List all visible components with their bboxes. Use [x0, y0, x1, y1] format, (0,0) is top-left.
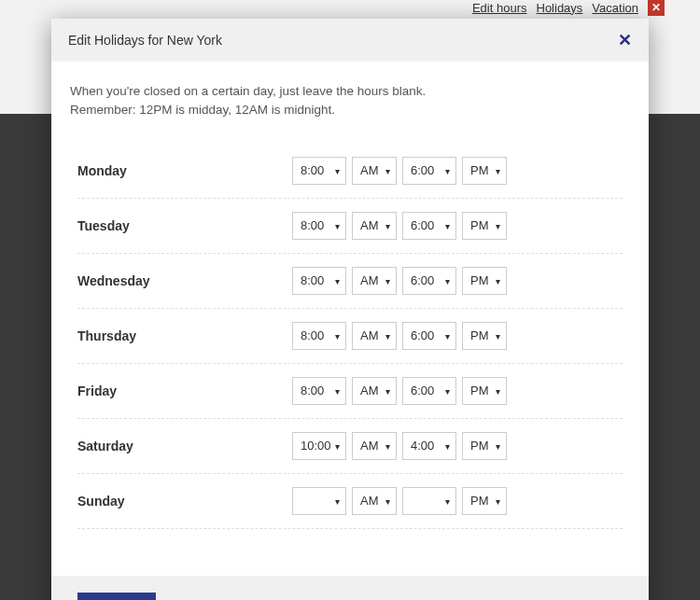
close-icon[interactable]: ✕	[648, 0, 665, 16]
time-selects: 10:00AM4:00PM	[292, 432, 507, 460]
open-time-select[interactable]: 8:00	[292, 377, 346, 405]
open-time-select[interactable]: 8:00	[292, 267, 346, 295]
close-ampm-select[interactable]: PM	[462, 377, 507, 405]
day-label: Sunday	[77, 494, 292, 509]
open-ampm-select[interactable]: AM	[352, 377, 397, 405]
close-ampm-select[interactable]: PM	[462, 157, 507, 185]
open-time-select[interactable]: 8:00	[292, 157, 346, 185]
time-selects: 8:00AM6:00PM	[292, 267, 507, 295]
day-label: Thursday	[77, 328, 292, 343]
open-ampm-select[interactable]: AM	[352, 157, 397, 185]
close-time-select[interactable]	[402, 487, 456, 515]
modal-footer: DONE	[51, 576, 649, 601]
hours-list: Monday8:00AM6:00PMTuesday8:00AM6:00PMWed…	[70, 144, 630, 529]
link-edit-hours[interactable]: Edit hours	[472, 1, 527, 15]
open-time-select[interactable]	[292, 487, 346, 515]
close-time-select[interactable]: 6:00	[402, 212, 456, 240]
open-ampm-select[interactable]: AM	[352, 212, 397, 240]
intro-line-2: Remember: 12PM is midday, 12AM is midnig…	[70, 103, 335, 117]
day-row: Monday8:00AM6:00PM	[77, 144, 623, 199]
modal-title: Edit Holidays for New York	[68, 33, 222, 48]
day-row: Wednesday8:00AM6:00PM	[77, 254, 623, 309]
open-ampm-select[interactable]: AM	[352, 267, 397, 295]
open-ampm-select[interactable]: AM	[352, 432, 397, 460]
day-label: Tuesday	[77, 218, 292, 233]
close-time-select[interactable]: 6:00	[402, 377, 456, 405]
edit-holidays-modal: Edit Holidays for New York ✕ When you're…	[51, 19, 649, 600]
close-ampm-select[interactable]: PM	[462, 487, 507, 515]
close-ampm-select[interactable]: PM	[462, 432, 507, 460]
close-icon[interactable]: ✕	[618, 32, 632, 49]
close-time-select[interactable]: 6:00	[402, 267, 456, 295]
open-time-select[interactable]: 10:00	[292, 432, 346, 460]
modal-header: Edit Holidays for New York ✕	[51, 19, 649, 62]
close-ampm-select[interactable]: PM	[462, 322, 507, 350]
close-ampm-select[interactable]: PM	[462, 267, 507, 295]
day-row: Friday8:00AM6:00PM	[77, 364, 623, 419]
background-links: Edit hours Holidays Vacation ✕	[472, 0, 665, 15]
time-selects: AMPM	[292, 487, 507, 515]
link-vacation[interactable]: Vacation	[592, 1, 638, 15]
day-label: Friday	[77, 384, 292, 398]
close-ampm-select[interactable]: PM	[462, 212, 507, 240]
time-selects: 8:00AM6:00PM	[292, 212, 507, 240]
close-time-select[interactable]: 6:00	[402, 322, 456, 350]
day-row: Tuesday8:00AM6:00PM	[77, 199, 623, 254]
done-button[interactable]: DONE	[77, 593, 156, 601]
day-row: Thursday8:00AM6:00PM	[77, 309, 623, 364]
time-selects: 8:00AM6:00PM	[292, 157, 507, 185]
intro-line-1: When you're closed on a certain day, jus…	[70, 84, 426, 98]
open-time-select[interactable]: 8:00	[292, 212, 346, 240]
time-selects: 8:00AM6:00PM	[292, 322, 507, 350]
close-time-select[interactable]: 6:00	[402, 157, 456, 185]
day-label: Wednesday	[77, 273, 292, 288]
day-label: Monday	[77, 163, 292, 178]
day-label: Saturday	[77, 439, 292, 453]
close-time-select[interactable]: 4:00	[402, 432, 456, 460]
open-time-select[interactable]: 8:00	[292, 322, 346, 350]
time-selects: 8:00AM6:00PM	[292, 377, 507, 405]
modal-body: When you're closed on a certain day, jus…	[51, 62, 649, 576]
open-ampm-select[interactable]: AM	[352, 487, 397, 515]
link-holidays[interactable]: Holidays	[537, 1, 583, 15]
intro-text: When you're closed on a certain day, jus…	[70, 82, 630, 120]
day-row: SundayAMPM	[77, 474, 623, 529]
day-row: Saturday10:00AM4:00PM	[77, 419, 623, 474]
open-ampm-select[interactable]: AM	[352, 322, 397, 350]
